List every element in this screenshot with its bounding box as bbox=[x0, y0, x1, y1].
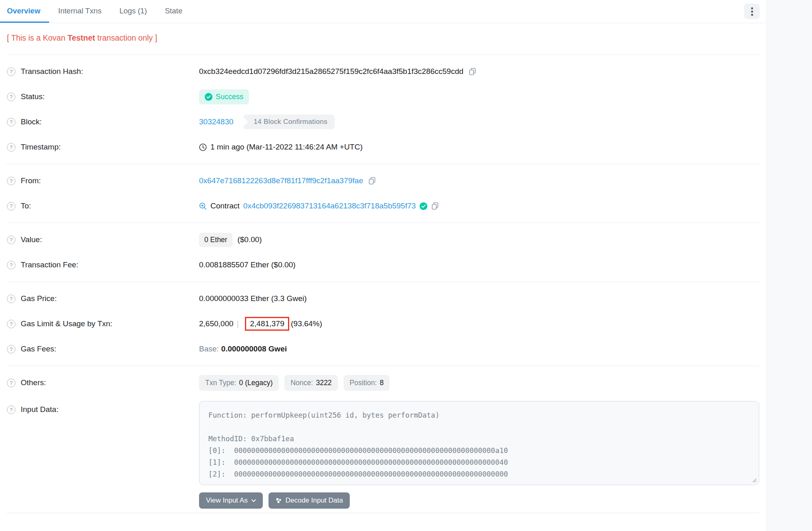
copy-icon bbox=[468, 67, 476, 76]
input-data-content: Function: performUpkeep(uint256 id, byte… bbox=[208, 410, 750, 480]
section-divider bbox=[7, 513, 759, 513]
help-icon[interactable]: ? bbox=[7, 118, 15, 126]
to-label: To: bbox=[21, 202, 31, 210]
timestamp-value: 1 min ago (Mar-11-2022 11:46:24 AM +UTC) bbox=[210, 143, 363, 152]
row-transaction-fee: ? Transaction Fee: 0.0081885507 Ether ($… bbox=[0, 252, 766, 277]
help-icon[interactable]: ? bbox=[7, 405, 15, 414]
help-icon[interactable]: ? bbox=[7, 261, 15, 269]
txn-type-value: 0 (Legacy) bbox=[239, 379, 273, 387]
check-circle-icon bbox=[205, 93, 212, 101]
page-background-strip bbox=[766, 0, 812, 531]
gas-fees-label: Gas Fees: bbox=[21, 345, 56, 353]
row-to: ? To: Contract 0x4cb093f226983713164a621… bbox=[0, 193, 766, 219]
gas-limit-separator: | bbox=[237, 319, 239, 328]
copy-to-address-button[interactable] bbox=[431, 202, 439, 210]
zoom-in-icon[interactable] bbox=[199, 202, 207, 210]
copy-from-address-button[interactable] bbox=[368, 177, 376, 185]
decode-input-data-label: Decode Input Data bbox=[286, 496, 343, 505]
status-value: Success bbox=[216, 93, 243, 101]
kebab-icon bbox=[751, 14, 753, 16]
row-value: ? Value: 0 Ether ($0.00) bbox=[0, 227, 766, 252]
txn-type-label: Txn Type: bbox=[205, 379, 236, 387]
others-badges: Txn Type: 0 (Legacy) Nonce: 3222 Positio… bbox=[199, 375, 390, 391]
gas-used-percent: (93.64%) bbox=[291, 319, 322, 328]
testnet-warning-bold: Testnet bbox=[67, 33, 95, 42]
gas-used-value: 2,481,379 bbox=[250, 319, 284, 328]
input-data-actions: View Input As Decode Input Data bbox=[199, 492, 759, 509]
help-icon[interactable]: ? bbox=[7, 143, 15, 152]
copy-txn-hash-button[interactable] bbox=[468, 67, 476, 76]
help-icon[interactable]: ? bbox=[7, 177, 15, 185]
gas-fees-base-label: Base: bbox=[199, 345, 219, 353]
section-value: ? Value: 0 Ether ($0.00) ? Transaction F… bbox=[0, 223, 766, 282]
tab-overview[interactable]: Overview bbox=[0, 0, 49, 23]
position-label: Position: bbox=[350, 379, 377, 387]
transaction-hash-value: 0xcb324eedcd1d07296fdf3d215a2865275f159c… bbox=[199, 67, 463, 76]
help-icon[interactable]: ? bbox=[7, 236, 15, 244]
tab-state[interactable]: State bbox=[156, 0, 191, 23]
gas-price-label: Gas Price: bbox=[21, 294, 57, 303]
value-ether-badge: 0 Ether bbox=[199, 233, 232, 247]
nonce-value: 3222 bbox=[316, 379, 332, 387]
row-gas-limit-usage: ? Gas Limit & Usage by Txn: 2,650,000 | … bbox=[0, 311, 766, 336]
gas-price-value: 0.0000000033 Ether (3.3 Gwei) bbox=[199, 294, 307, 303]
row-gas-price: ? Gas Price: 0.0000000033 Ether (3.3 Gwe… bbox=[0, 286, 766, 311]
decode-icon bbox=[275, 497, 282, 504]
testnet-warning: [ This is a Kovan Testnet transaction on… bbox=[0, 23, 766, 54]
input-data-label: Input Data: bbox=[21, 405, 58, 414]
tab-bar: Overview Internal Txns Logs (1) State bbox=[0, 0, 766, 23]
status-badge: Success bbox=[199, 89, 249, 104]
help-icon[interactable]: ? bbox=[7, 93, 15, 101]
block-label: Block: bbox=[21, 117, 42, 126]
gas-used-annotation-box: 2,481,379 bbox=[245, 317, 289, 331]
row-from: ? From: 0x647e7168122263d8e7f81f17fff9c2… bbox=[0, 168, 766, 193]
help-icon[interactable]: ? bbox=[7, 295, 15, 303]
position-badge: Position: 8 bbox=[344, 375, 390, 391]
help-icon[interactable]: ? bbox=[7, 67, 15, 76]
row-block: ? Block: 30324830 14 Block Confirmations bbox=[0, 109, 766, 134]
position-value: 8 bbox=[380, 379, 384, 387]
view-input-as-button[interactable]: View Input As bbox=[199, 492, 263, 509]
transaction-card: Overview Internal Txns Logs (1) State [ … bbox=[0, 0, 766, 531]
copy-icon bbox=[368, 177, 376, 185]
help-icon[interactable]: ? bbox=[7, 320, 15, 328]
value-usd: ($0.00) bbox=[237, 235, 262, 244]
row-timestamp: ? Timestamp: 1 min ago (Mar-11-2022 11:4… bbox=[0, 134, 766, 160]
help-icon[interactable]: ? bbox=[7, 345, 15, 353]
to-address-link[interactable]: 0x4cb093f226983713164a62138c3f718a5b595f… bbox=[243, 202, 416, 210]
verified-check-icon bbox=[420, 202, 427, 210]
kebab-icon bbox=[751, 11, 753, 13]
row-gas-fees: ? Gas Fees: Base: 0.000000008 Gwei bbox=[0, 336, 766, 362]
resize-handle[interactable] bbox=[752, 478, 757, 483]
tab-internal-txns[interactable]: Internal Txns bbox=[49, 0, 110, 23]
row-input-data: ? Input Data: Function: performUpkeep(ui… bbox=[0, 395, 766, 509]
gas-fees-base-value: 0.000000008 Gwei bbox=[221, 345, 287, 353]
help-icon[interactable]: ? bbox=[7, 202, 15, 210]
row-status: ? Status: Success bbox=[0, 84, 766, 109]
gas-limit-value: 2,650,000 bbox=[199, 319, 234, 328]
from-label: From: bbox=[21, 176, 41, 185]
from-address-link[interactable]: 0x647e7168122263d8e7f81f17fff9c2f1aa379f… bbox=[199, 176, 363, 185]
chevron-down-icon bbox=[251, 499, 256, 502]
help-icon[interactable]: ? bbox=[7, 379, 15, 387]
section-gas: ? Gas Price: 0.0000000033 Ether (3.3 Gwe… bbox=[0, 282, 766, 366]
timestamp-label: Timestamp: bbox=[21, 143, 61, 152]
tabs: Overview Internal Txns Logs (1) State bbox=[0, 0, 191, 23]
transaction-fee-label: Transaction Fee: bbox=[21, 260, 78, 269]
txn-type-badge: Txn Type: 0 (Legacy) bbox=[199, 375, 279, 391]
section-others: ? Others: Txn Type: 0 (Legacy) Nonce: 32… bbox=[0, 366, 766, 513]
transaction-page: Overview Internal Txns Logs (1) State [ … bbox=[0, 0, 812, 531]
transaction-hash-label: Transaction Hash: bbox=[21, 67, 83, 76]
view-input-as-label: View Input As bbox=[206, 496, 248, 505]
block-number-link[interactable]: 30324830 bbox=[199, 117, 234, 126]
testnet-warning-text: transaction only ] bbox=[95, 33, 157, 42]
others-label: Others: bbox=[21, 378, 46, 387]
clock-icon bbox=[199, 143, 207, 151]
tab-logs[interactable]: Logs (1) bbox=[110, 0, 156, 23]
decode-input-data-button[interactable]: Decode Input Data bbox=[269, 492, 350, 509]
transaction-fee-value: 0.0081885507 Ether ($0.00) bbox=[199, 260, 296, 269]
to-contract-prefix: Contract bbox=[210, 202, 240, 210]
more-options-button[interactable] bbox=[744, 4, 760, 19]
input-data-box[interactable]: Function: performUpkeep(uint256 id, byte… bbox=[199, 401, 759, 485]
status-label: Status: bbox=[21, 92, 45, 101]
